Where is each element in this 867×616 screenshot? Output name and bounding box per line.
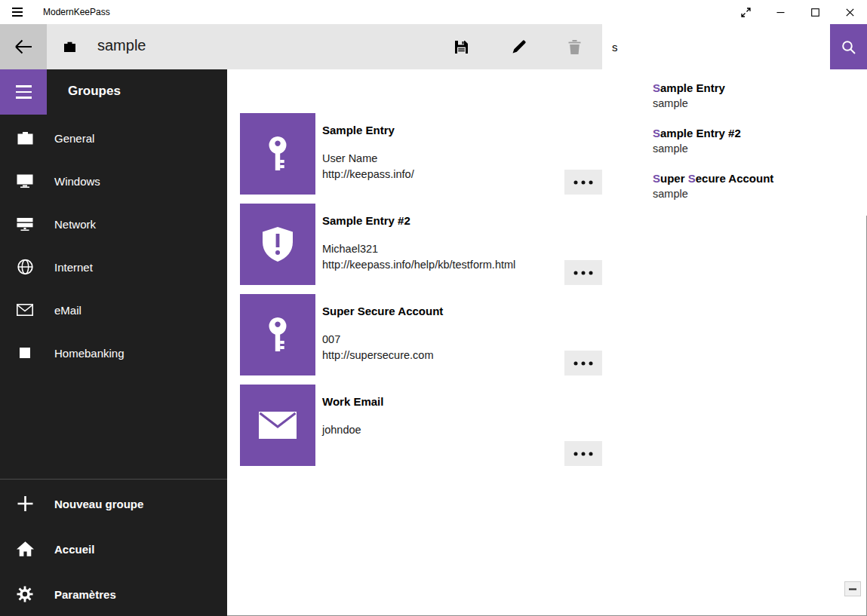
entry-username: User Name: [322, 151, 414, 167]
suggestion-title: Sample Entry: [653, 81, 858, 95]
entry-row[interactable]: Super Secure Account 007 http://supersec…: [227, 294, 867, 375]
search-icon: [841, 40, 856, 54]
more-button[interactable]: [564, 351, 602, 375]
ellipsis-icon: [573, 452, 593, 456]
fullscreen-icon: [740, 7, 752, 18]
entry-row[interactable]: Work Email johndoe: [227, 385, 867, 466]
entry-title: Sample Entry #2: [322, 214, 410, 227]
search-suggestion[interactable]: Sample Entry #2 sample: [602, 119, 867, 164]
gear-icon: [15, 586, 35, 602]
entry-icon-tile: [240, 385, 315, 466]
ellipsis-icon: [573, 361, 593, 366]
mail-icon: [259, 412, 297, 439]
close-icon: [846, 8, 854, 17]
sidebar-item-label: Network: [54, 217, 96, 230]
sidebar-item-homebanking[interactable]: Homebanking: [0, 331, 227, 374]
server-icon: [15, 216, 35, 231]
sidebar-item-email[interactable]: eMail: [0, 288, 227, 331]
sidebar-divider: [0, 479, 227, 480]
shield-warning-icon: [261, 226, 294, 262]
titlebar: ModernKeePass: [0, 0, 867, 24]
bank-icon: [15, 348, 35, 358]
search-suggestion[interactable]: Super Secure Account sample: [602, 164, 867, 210]
hamburger-icon: [16, 85, 32, 98]
suggestion-subtitle: sample: [653, 142, 858, 156]
scrollbar-minus-button[interactable]: [844, 581, 861, 596]
sidebar-item-label: Homebanking: [54, 346, 125, 359]
desktop-icon: [15, 173, 35, 188]
app-header: sample: [0, 24, 867, 69]
sidebar-item-internet[interactable]: Internet: [0, 245, 227, 288]
close-button[interactable]: [832, 0, 867, 24]
sidebar-item-settings[interactable]: Paramètres: [0, 572, 227, 616]
entry-icon-tile: [240, 113, 315, 195]
sidebar-item-label: General: [54, 131, 94, 144]
sidebar-item-home[interactable]: Accueil: [0, 526, 227, 572]
entry-title: Sample Entry: [322, 124, 395, 136]
key-icon: [263, 136, 293, 172]
ellipsis-icon: [573, 271, 593, 275]
sidebar-item-label: Accueil: [54, 543, 94, 556]
ellipsis-icon: [573, 180, 593, 185]
entry-icon-tile: [240, 204, 315, 285]
more-button[interactable]: [564, 260, 602, 285]
entry-url: http://keepass.info/help/kb/testform.htm…: [322, 257, 515, 273]
edit-button[interactable]: [500, 35, 536, 59]
edit-pencil-icon: [512, 40, 526, 54]
entry-title: Super Secure Account: [322, 305, 443, 317]
hamburger-button[interactable]: [0, 69, 47, 115]
plus-icon: [15, 495, 35, 513]
entry-username: Michael321: [322, 241, 515, 257]
database-briefcase-icon: [63, 41, 76, 56]
groups-heading: Groupes: [68, 84, 121, 99]
save-icon: [454, 40, 469, 54]
entry-row[interactable]: Sample Entry #2 Michael321 http://keepas…: [227, 204, 867, 285]
database-name: sample: [97, 37, 146, 54]
entry-icon-tile: [240, 294, 315, 375]
search-suggestion[interactable]: Sample Entry sample: [602, 74, 867, 119]
more-button[interactable]: [564, 170, 602, 195]
sidebar-item-label: Windows: [54, 174, 100, 187]
hamburger-icon: [12, 8, 23, 17]
entry-username: 007: [322, 332, 434, 348]
window-controls: [728, 0, 867, 24]
minimize-button[interactable]: [763, 0, 798, 24]
save-button[interactable]: [443, 35, 479, 59]
home-icon: [15, 541, 35, 557]
more-button[interactable]: [564, 441, 602, 466]
sidebar: Groupes General Windows Network Internet: [0, 69, 227, 616]
sidebar-item-label: Paramètres: [54, 588, 116, 601]
entry-title: Work Email: [322, 395, 383, 408]
suggestion-title: Sample Entry #2: [653, 126, 858, 140]
sidebar-item-label: eMail: [54, 303, 81, 316]
entry-username: johndoe: [322, 422, 361, 438]
briefcase-icon: [15, 131, 35, 145]
back-arrow-icon: [14, 38, 34, 55]
search-button[interactable]: [830, 24, 867, 69]
maximize-button[interactable]: [798, 0, 832, 24]
delete-button[interactable]: [556, 35, 592, 59]
key-icon: [263, 317, 293, 353]
minus-icon: [849, 588, 856, 590]
globe-icon: [15, 259, 35, 274]
sidebar-item-network[interactable]: Network: [0, 202, 227, 245]
suggestion-subtitle: sample: [653, 97, 858, 111]
maximize-icon: [811, 8, 819, 17]
fullscreen-button[interactable]: [728, 0, 763, 24]
app-title: ModernKeePass: [43, 7, 110, 17]
app-window: ModernKeePass sample: [0, 0, 867, 616]
sidebar-item-label: Nouveau groupe: [54, 498, 143, 510]
back-button[interactable]: [0, 24, 47, 69]
search-input[interactable]: [602, 24, 830, 69]
sidebar-item-general[interactable]: General: [0, 116, 227, 159]
sidebar-item-label: Internet: [54, 260, 93, 273]
delete-trash-icon: [568, 40, 581, 54]
suggestion-title: Super Secure Account: [653, 171, 858, 185]
mail-icon: [15, 304, 35, 316]
titlebar-menu-button[interactable]: [0, 0, 35, 24]
sidebar-item-windows[interactable]: Windows: [0, 159, 227, 202]
minimize-icon: [776, 8, 785, 17]
sidebar-item-new-group[interactable]: Nouveau groupe: [0, 481, 227, 526]
entry-url: http://supersecure.com: [322, 348, 434, 363]
search-suggestions-panel: Sample Entry sample Sample Entry #2 samp…: [602, 69, 867, 216]
